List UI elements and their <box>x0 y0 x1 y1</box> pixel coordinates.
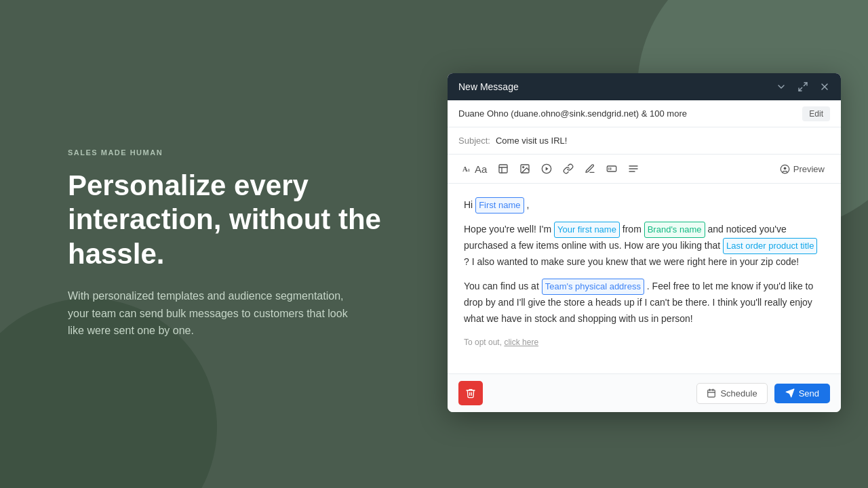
svg-marker-12 <box>546 167 549 170</box>
subject-label: Subject: <box>458 136 490 146</box>
header-actions <box>776 81 830 92</box>
email-composer: New Message Edit Subject: Aa Aa <box>448 73 841 412</box>
greeting-text: Hi <box>464 199 473 210</box>
email-body: Hi First name , Hope you're well! I'm Yo… <box>448 184 841 373</box>
image-button[interactable] <box>515 161 534 177</box>
expand-icon[interactable] <box>797 81 808 92</box>
subtext: With personalized templates and audience… <box>68 287 366 340</box>
svg-line-0 <box>804 83 807 86</box>
email-toolbar: Aa Aa Preview <box>448 155 841 184</box>
email-title: New Message <box>458 81 519 92</box>
to-row: Edit <box>448 100 841 127</box>
left-panel: SALES MADE HUMAN Personalize every inter… <box>68 0 420 488</box>
to-input[interactable] <box>458 100 802 127</box>
video-button[interactable] <box>537 161 556 177</box>
tagline: SALES MADE HUMAN <box>68 148 420 157</box>
line1-from: from <box>623 224 642 235</box>
line1-end: ? I also wanted to make sure you knew th… <box>464 256 799 267</box>
link-button[interactable] <box>559 161 578 177</box>
svg-point-20 <box>783 167 786 169</box>
close-icon[interactable] <box>819 81 830 92</box>
svg-rect-21 <box>708 390 715 397</box>
line2-before: You can find us at <box>464 281 539 291</box>
opt-out-link[interactable]: click here <box>504 338 538 347</box>
align-button[interactable] <box>624 161 643 177</box>
body-line1: Hope you're well! I'm Your first name fr… <box>464 222 825 270</box>
svg-text:a: a <box>468 167 471 173</box>
subject-input[interactable] <box>496 127 830 154</box>
last-order-tag: Last order product title <box>723 238 817 254</box>
schedule-label: Schedule <box>720 388 757 399</box>
first-name-tag: First name <box>475 197 524 214</box>
text-format-button[interactable]: Aa Aa <box>458 160 491 178</box>
subject-row: Subject: <box>448 127 841 155</box>
email-footer: Schedule Send <box>448 373 841 412</box>
svg-point-10 <box>523 167 524 168</box>
opt-out-line: To opt out, click here <box>464 336 825 349</box>
svg-rect-13 <box>608 166 616 171</box>
svg-line-1 <box>799 87 802 91</box>
delete-button[interactable] <box>458 381 483 405</box>
body-line2: You can find us at Team's physical addre… <box>464 279 825 327</box>
pen-button[interactable] <box>580 161 599 177</box>
opt-out-text: To opt out, <box>464 338 502 347</box>
minimize-icon[interactable] <box>776 81 787 92</box>
your-first-name-tag: Your first name <box>554 222 620 238</box>
send-label: Send <box>799 388 819 399</box>
brands-name-tag: Brand's name <box>644 222 705 238</box>
svg-rect-6 <box>499 165 507 173</box>
merge-tags-button[interactable] <box>602 161 621 177</box>
footer-right-actions: Schedule Send <box>696 383 830 404</box>
template-button[interactable] <box>494 161 513 177</box>
edit-button[interactable]: Edit <box>802 106 830 121</box>
greeting-comma: , <box>526 199 529 210</box>
address-tag: Team's physical address <box>542 279 644 295</box>
preview-label: Preview <box>793 164 825 174</box>
svg-marker-26 <box>786 389 794 397</box>
send-button[interactable]: Send <box>774 384 830 403</box>
email-header: New Message <box>448 73 841 100</box>
headline: Personalize every interaction, without t… <box>68 169 420 271</box>
greeting-line: Hi First name , <box>464 197 825 214</box>
line1-before: Hope you're well! I'm <box>464 224 551 235</box>
schedule-button[interactable]: Schedule <box>696 383 767 404</box>
preview-button[interactable]: Preview <box>774 161 830 177</box>
